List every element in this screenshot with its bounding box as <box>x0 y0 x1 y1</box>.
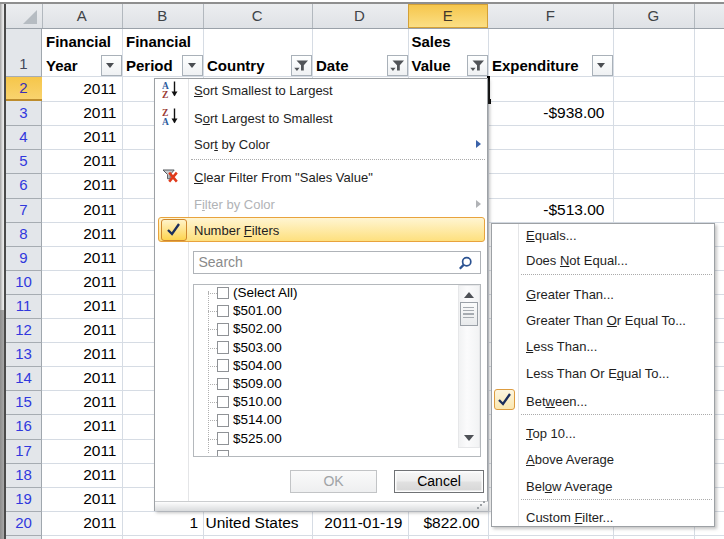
svg-text:A: A <box>162 116 169 125</box>
svg-text:Z: Z <box>162 90 168 99</box>
